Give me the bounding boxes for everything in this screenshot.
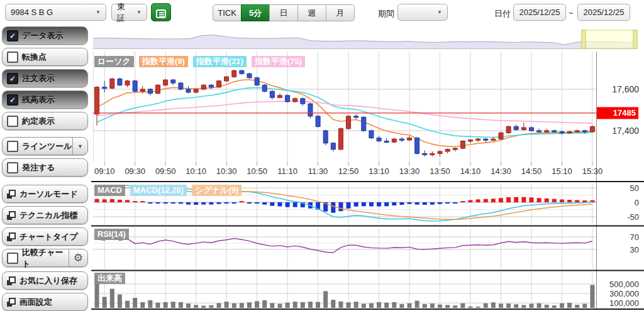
svg-text:17485: 17485 <box>613 108 636 117</box>
symbol-select[interactable]: 9984 S B G ▼ <box>5 4 106 21</box>
checkbox-checked-icon[interactable]: ✓ <box>7 73 18 84</box>
svg-text:500,000: 500,000 <box>609 280 639 289</box>
svg-text:12:50: 12:50 <box>338 166 359 176</box>
svg-text:09:50: 09:50 <box>155 166 176 176</box>
svg-text:09:10: 09:10 <box>94 166 115 176</box>
sidebar-item-label: チャートタイプ <box>19 231 78 243</box>
macd-panel <box>95 185 595 221</box>
sidebar-item-technical-indicator[interactable]: テクニカル指標 <box>2 206 88 224</box>
app-root: 1748517,60017,40009:1009:3009:5010:1010:… <box>0 0 644 311</box>
svg-text:13:50: 13:50 <box>430 166 450 176</box>
svg-text:0: 0 <box>635 198 639 207</box>
window-icon <box>7 211 16 220</box>
svg-text:11:10: 11:10 <box>277 166 297 176</box>
timeframe-button-日[interactable]: 日 <box>269 4 298 21</box>
checkbox-icon[interactable] <box>7 253 18 264</box>
svg-text:300,000: 300,000 <box>609 289 639 298</box>
svg-text:50: 50 <box>630 183 639 193</box>
sidebar-item-chart-type[interactable]: チャートタイプ <box>2 227 88 246</box>
window-icon <box>7 232 16 241</box>
sidebar-item-label: 発注する <box>22 162 55 173</box>
timeframe-button-TICK[interactable]: TICK <box>213 4 242 21</box>
checkbox-icon[interactable] <box>7 52 18 63</box>
svg-text:10:30: 10:30 <box>216 166 237 176</box>
svg-text:10:10: 10:10 <box>186 166 206 176</box>
chevron-down-icon: ▼ <box>432 9 442 15</box>
sidebar-item-label: 注文表示 <box>22 73 55 84</box>
list-icon <box>156 9 166 18</box>
checkbox-checked-icon[interactable]: ✓ <box>7 30 18 41</box>
ema-line <box>97 101 592 123</box>
window-icon <box>7 276 16 285</box>
date-range-tilde: ~ <box>569 8 574 18</box>
chevron-down-icon: ▼ <box>131 9 142 15</box>
timeframe-group: TICK5分日週月 <box>213 4 355 21</box>
sidebar-item-label: 比較チャート <box>22 247 69 270</box>
sidebar-item-label: ラインツール <box>22 141 72 152</box>
timeframe-button-月[interactable]: 月 <box>326 4 355 21</box>
checkbox-icon[interactable] <box>7 162 18 173</box>
axes: 17,60017,40009:1009:3009:5010:1010:3010:… <box>91 52 644 309</box>
checkbox-icon[interactable] <box>7 141 18 152</box>
sidebar-item-label: 約定表示 <box>22 116 55 127</box>
navigator-handle-right[interactable] <box>633 30 637 48</box>
svg-text:17,400: 17,400 <box>612 126 639 136</box>
svg-text:10:50: 10:50 <box>247 166 267 176</box>
svg-text:09:30: 09:30 <box>125 166 145 176</box>
watchlist-button[interactable] <box>151 3 171 21</box>
sidebar-item-turning-point[interactable]: 転換点 <box>2 48 88 66</box>
date-to-input[interactable] <box>577 4 630 21</box>
sidebar: ✓データ表示転換点✓注文表示✓残高表示約定表示ラインツール▼発注するカーソルモー… <box>0 26 91 311</box>
svg-text:70: 70 <box>630 232 639 242</box>
svg-text:30: 30 <box>630 245 639 254</box>
period-label: 期間 <box>378 8 394 19</box>
sidebar-item-execution-display[interactable]: 約定表示 <box>2 112 88 130</box>
window-icon <box>7 298 16 307</box>
date-from-input[interactable] <box>513 4 566 21</box>
timeframe-button-5分[interactable]: 5分 <box>241 4 270 21</box>
date-label: 日付 <box>494 8 511 19</box>
sidebar-item-save-favorite[interactable]: お気に入り保存 <box>2 271 88 290</box>
chevron-down-icon: ▼ <box>91 9 101 15</box>
sidebar-item-label: テクニカル指標 <box>19 210 78 221</box>
market-select[interactable]: 東証 ▼ <box>111 4 147 21</box>
sidebar-item-balance-display[interactable]: ✓残高表示 <box>2 90 88 109</box>
chevron-down-icon[interactable]: ▼ <box>72 138 83 155</box>
chart-canvas[interactable]: 1748517,60017,40009:1009:3009:5010:1010:… <box>0 0 644 311</box>
svg-text:14:30: 14:30 <box>491 166 511 176</box>
sidebar-item-screen-settings[interactable]: 画面設定 <box>2 293 88 311</box>
market-select-value: 東証 <box>117 1 131 24</box>
sidebar-item-compare-chart[interactable]: 比較チャート⚙ <box>2 249 88 267</box>
svg-text:14:10: 14:10 <box>460 166 481 176</box>
symbol-select-value: 9984 S B G <box>11 8 53 17</box>
sidebar-item-line-tool[interactable]: ラインツール▼ <box>2 137 88 155</box>
checkbox-checked-icon[interactable]: ✓ <box>7 94 18 106</box>
sidebar-item-label: 転換点 <box>22 52 47 63</box>
toolbar: 9984 S B G ▼ 東証 ▼ TICK5分日週月 期間 ▼ 日付 ~ <box>0 0 644 26</box>
sidebar-item-label: 画面設定 <box>19 297 52 308</box>
svg-text:-50: -50 <box>627 212 639 222</box>
sidebar-item-place-order[interactable]: 発注する <box>2 158 88 177</box>
sidebar-item-label: お気に入り保存 <box>19 275 77 286</box>
sidebar-item-label: 残高表示 <box>22 94 55 106</box>
svg-text:11:30: 11:30 <box>308 166 328 176</box>
sidebar-item-label: データ表示 <box>22 30 64 41</box>
rsi-line <box>97 236 592 253</box>
sidebar-item-data-display[interactable]: ✓データ表示 <box>2 26 88 45</box>
gear-icon[interactable]: ⚙ <box>69 249 83 266</box>
svg-text:15:30: 15:30 <box>582 166 603 176</box>
checkbox-icon[interactable] <box>7 116 18 127</box>
navigator[interactable] <box>93 30 637 49</box>
navigator-selection[interactable] <box>582 30 637 48</box>
period-select[interactable]: ▼ <box>397 4 448 21</box>
svg-text:15:10: 15:10 <box>552 166 572 176</box>
navigator-handle-left[interactable] <box>582 30 586 48</box>
sidebar-item-order-display[interactable]: ✓注文表示 <box>2 69 88 87</box>
timeframe-button-週[interactable]: 週 <box>297 4 326 21</box>
svg-text:13:10: 13:10 <box>369 166 389 176</box>
sidebar-item-cursor-mode[interactable]: カーソルモード <box>2 185 88 203</box>
svg-text:13:30: 13:30 <box>399 166 420 176</box>
gridlines <box>93 52 596 308</box>
svg-text:17,600: 17,600 <box>612 84 639 94</box>
sidebar-item-label: カーソルモード <box>19 188 78 200</box>
